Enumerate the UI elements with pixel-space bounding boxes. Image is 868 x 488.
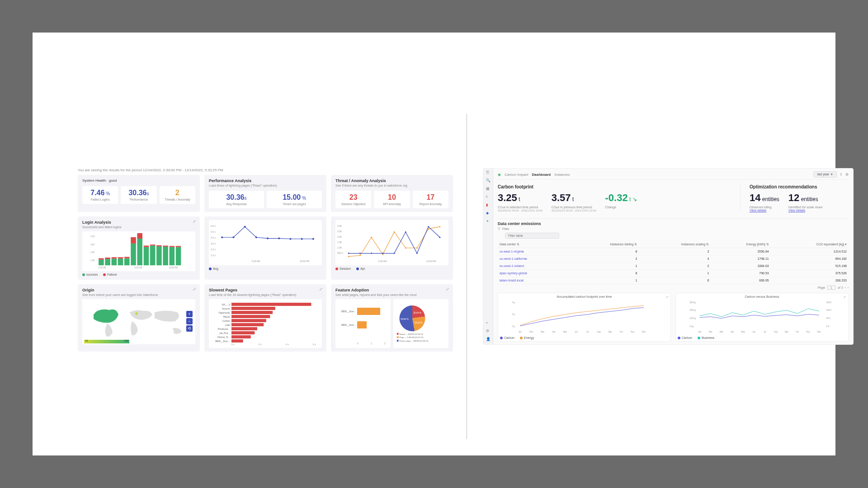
table-row[interactable]: latam-brazil-local10606.95288.333 bbox=[498, 277, 849, 284]
svg-rect-18 bbox=[156, 246, 162, 265]
svg-text:100 K: 100 K bbox=[826, 309, 832, 311]
card-subtitle: See what pages, reports and lists your u… bbox=[335, 293, 448, 296]
alert-icon[interactable]: ▮ bbox=[486, 203, 491, 207]
map-zoom-in-button[interactable]: + bbox=[186, 311, 193, 317]
filter-label: Filter bbox=[502, 227, 509, 230]
table-title: Data center emissions bbox=[498, 218, 849, 226]
svg-text:Apr: Apr bbox=[552, 331, 555, 333]
col-header[interactable]: Instances scaling ⇅ bbox=[639, 241, 711, 248]
svg-rect-88 bbox=[231, 323, 264, 326]
svg-point-67 bbox=[394, 253, 395, 254]
kpi: 2Threats / Anomaly bbox=[160, 186, 195, 204]
svg-rect-84 bbox=[231, 315, 270, 318]
svg-rect-9 bbox=[124, 257, 130, 258]
range-selector[interactable]: last year ▾ bbox=[813, 171, 837, 178]
col-header[interactable]: Energy [kWh] ⇅ bbox=[711, 241, 770, 248]
page-next-button[interactable]: › bbox=[848, 286, 849, 289]
view-details-link[interactable]: View details bbox=[788, 209, 823, 212]
svg-text:Classic page — 693.00 (52.84 %: Classic page — 693.00 (52.84 %) bbox=[400, 340, 429, 342]
expand-icon[interactable]: ⤢ bbox=[665, 295, 669, 299]
expand-icon[interactable]: ⤢ bbox=[319, 287, 323, 291]
cube-icon[interactable]: ◆ bbox=[486, 211, 491, 216]
leaf-icon[interactable]: ✦ bbox=[486, 219, 491, 224]
kpi: 15.00 %Timed out pages bbox=[267, 191, 322, 208]
tab-dashboard[interactable]: Dashboard bbox=[532, 173, 551, 177]
svg-rect-104 bbox=[357, 321, 367, 328]
map-zoom-out-button[interactable]: − bbox=[186, 318, 193, 324]
svg-point-48 bbox=[301, 238, 303, 240]
svg-point-41 bbox=[221, 236, 223, 238]
kpi: -0.32 t ↘Change bbox=[605, 192, 637, 212]
settings-icon[interactable]: ⚙ bbox=[486, 329, 491, 333]
svg-text:Oct: Oct bbox=[620, 331, 623, 333]
svg-text:Account: Account bbox=[222, 307, 231, 310]
share-icon[interactable]: ⇪ bbox=[840, 173, 843, 177]
table-row[interactable]: eu-west-1-ireland121084.63515.198 bbox=[498, 263, 849, 270]
page-prev-button[interactable]: ‹ bbox=[844, 286, 845, 289]
filter-input[interactable] bbox=[505, 233, 559, 239]
svg-rect-17 bbox=[150, 244, 156, 245]
expand-icon[interactable]: ⤢ bbox=[193, 287, 196, 291]
svg-rect-15 bbox=[144, 246, 149, 247]
menu-icon[interactable]: ☰ bbox=[486, 170, 491, 175]
svg-text:Feb: Feb bbox=[529, 331, 533, 333]
table-row[interactable]: us-east-1-virginia832556.841214.512 bbox=[498, 248, 849, 255]
svg-rect-14 bbox=[144, 247, 149, 265]
legend-item: Api bbox=[356, 267, 365, 270]
expand-icon[interactable]: ⤢ bbox=[446, 287, 449, 291]
search-icon[interactable]: 🔍 bbox=[486, 178, 491, 183]
svg-text:4 s: 4 s bbox=[286, 343, 289, 346]
pager: Page 1 of 3 ‹ › bbox=[498, 286, 849, 289]
table-row[interactable]: us-west-1-california241798.11854.182 bbox=[498, 255, 849, 263]
breadcrumb[interactable]: Carbon Impact bbox=[505, 173, 528, 177]
svg-rect-19 bbox=[156, 245, 162, 246]
svg-text:12:06 PM: 12:06 PM bbox=[169, 267, 178, 269]
svg-point-43 bbox=[244, 226, 246, 228]
grid-icon[interactable]: ▦ bbox=[486, 187, 491, 191]
card-title: System Health: good bbox=[82, 178, 117, 183]
svg-text:22.64 %: 22.64 % bbox=[413, 312, 421, 314]
world-map[interactable]: + − ⟲ 15 700 bbox=[82, 299, 195, 344]
legend-item: success bbox=[82, 273, 98, 276]
expand-icon[interactable]: ⤢ bbox=[843, 295, 846, 299]
svg-text:Report: Report bbox=[223, 315, 231, 318]
svg-rect-115 bbox=[397, 340, 399, 342]
user-icon[interactable]: 👤 bbox=[486, 337, 491, 342]
svg-point-60 bbox=[359, 255, 361, 256]
svg-rect-24 bbox=[176, 247, 181, 265]
page-input[interactable]: 1 bbox=[827, 286, 835, 290]
svg-text:Jun: Jun bbox=[752, 331, 756, 333]
expand-sidebar-icon[interactable]: » bbox=[486, 321, 491, 325]
svg-rect-5 bbox=[112, 257, 117, 258]
svg-rect-111 bbox=[397, 333, 399, 335]
view-details-link[interactable]: View details bbox=[750, 209, 779, 212]
svg-text:0 kg: 0 kg bbox=[690, 325, 694, 328]
table-row[interactable]: apac-sydney-global81790.53375.526 bbox=[498, 270, 849, 277]
card-slowest-pages: ⤢ Slowest Pages Load time of the 10 slow… bbox=[204, 284, 326, 352]
svg-text:Pricebook…: Pricebook… bbox=[218, 328, 230, 330]
legend-item: Session bbox=[335, 267, 351, 270]
card-subtitle: Successful and failed logins bbox=[82, 225, 195, 229]
filter-icon[interactable]: ▽ bbox=[498, 227, 500, 231]
svg-rect-25 bbox=[176, 246, 181, 247]
card-subtitle: See from where your users are logged int… bbox=[82, 293, 195, 296]
svg-rect-3 bbox=[105, 258, 110, 259]
card-origin: ⤢ Origin See from where your users are l… bbox=[78, 284, 200, 352]
kpi: 30.36sPerformance bbox=[121, 186, 156, 204]
tab-instances[interactable]: Instances bbox=[554, 173, 570, 177]
map-reset-button[interactable]: ⟲ bbox=[186, 325, 193, 332]
col-header[interactable]: Data center ⇅ bbox=[498, 241, 569, 248]
col-header[interactable]: Instances ideling ⇅ bbox=[569, 241, 639, 248]
svg-text:500.0: 500.0 bbox=[337, 252, 343, 254]
svg-rect-8 bbox=[124, 258, 130, 266]
svg-text:0 K: 0 K bbox=[826, 325, 830, 328]
col-header[interactable]: CO2 equivalent [kg] ▾ bbox=[771, 241, 849, 248]
gear-icon[interactable]: ⚙ bbox=[845, 173, 849, 177]
list-icon[interactable]: ≡ bbox=[486, 195, 491, 199]
svg-text:Jan: Jan bbox=[698, 331, 702, 333]
threat-line-chart: 3.0K2.5K2.0K 1.5K1.0K500.0 9:20 AM 12:06… bbox=[335, 220, 448, 265]
svg-text:52.84 %: 52.84 % bbox=[401, 318, 409, 320]
expand-icon[interactable]: ⤢ bbox=[193, 219, 196, 224]
svg-point-76 bbox=[135, 312, 138, 315]
svg-text:6:33 AM: 6:33 AM bbox=[99, 267, 106, 269]
